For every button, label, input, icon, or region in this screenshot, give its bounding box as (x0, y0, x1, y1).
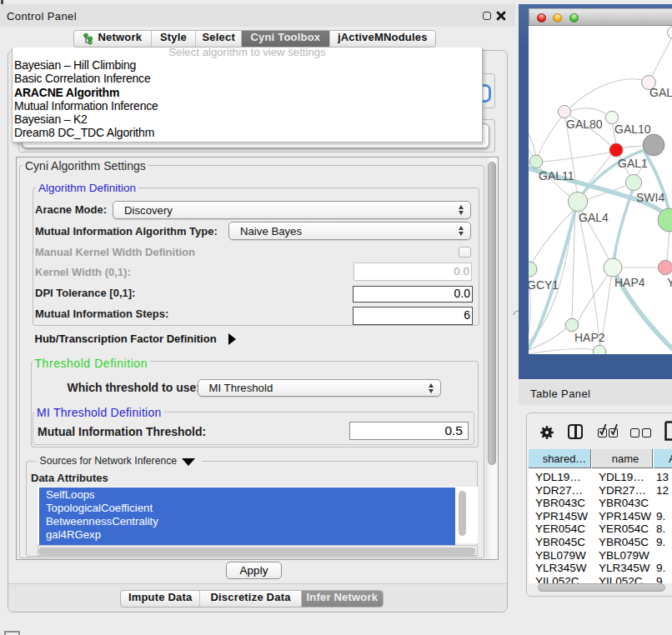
svg-text:GAL10: GAL10 (614, 122, 651, 136)
svg-text:SWI4: SWI4 (636, 191, 664, 204)
svg-text:Y: Y (667, 276, 672, 289)
svg-text:GAL80: GAL80 (566, 118, 603, 131)
svg-text:HAP4: HAP4 (614, 276, 645, 289)
svg-text:GCY1: GCY1 (529, 278, 559, 292)
svg-text:HAP2: HAP2 (574, 331, 605, 344)
svg-text:GAL4: GAL4 (579, 211, 609, 224)
svg-text:GAL1: GAL1 (618, 157, 648, 170)
svg-text:GAL: GAL (649, 86, 672, 99)
svg-text:GAL11: GAL11 (539, 169, 574, 182)
